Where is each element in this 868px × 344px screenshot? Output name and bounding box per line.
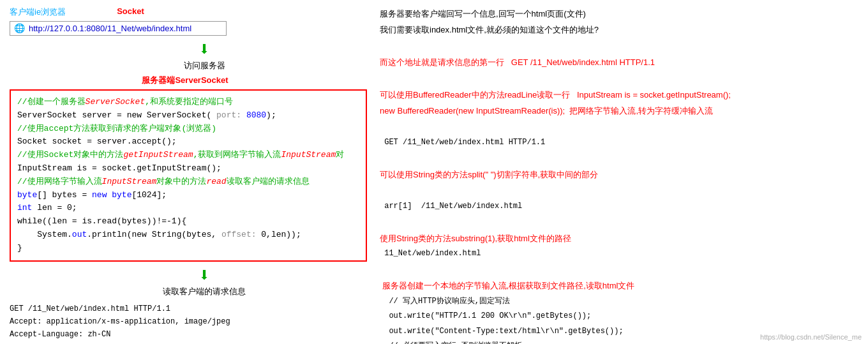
- right-line-20: out.write("HTTP/1.1 200 OK\r\n".getBytes…: [380, 310, 858, 324]
- request-line-3: Accept-Language: zh-CN: [10, 330, 110, 339]
- right-line-6: 可以使用BufferedReader中的方法readLine读取一行 Input…: [380, 87, 858, 102]
- watermark: https://blog.csdn.net/Silence_me: [760, 333, 862, 341]
- code-line-5: byte[] bytes = new byte[1024];: [17, 189, 359, 202]
- right-line-4: 而这个地址就是请求信息的第一行 GET /11_Net/web/index.ht…: [380, 55, 858, 70]
- right-line-19: // 写入HTTP协议响应头,固定写法: [380, 295, 858, 309]
- right-line-7: new BufferedReader(new InputStreamReader…: [380, 103, 858, 118]
- read-label: 读取客户端的请求信息: [48, 286, 361, 297]
- code-comment-3: //使用Socket对象中的方法getInputStream,获取到网络字节输入…: [17, 149, 359, 162]
- socket-label: Socket: [117, 6, 144, 18]
- code-line-6: int len = 0;: [17, 202, 359, 215]
- right-line-1: 服务器要给客户端回写一个信息,回写一个html页面(文件): [380, 6, 858, 21]
- code-line-2: ServerSocket server = new ServerSocket( …: [17, 109, 359, 123]
- request-line-1: GET /11_Net/web/index.html HTTP/1.1: [10, 304, 170, 313]
- right-line-3: [380, 39, 858, 54]
- right-line-9: GET /11_Net/web/index.html HTTP/1.1: [380, 136, 858, 150]
- right-panel: 服务器要给客户端回写一个信息,回写一个html页面(文件) 我们需要读取inde…: [370, 0, 868, 344]
- right-line-17: [380, 262, 858, 277]
- code-line-9: }: [17, 242, 359, 255]
- right-line-12: [380, 184, 858, 198]
- right-line-13: arr[1] /11_Net/web/index.html: [380, 200, 858, 214]
- right-line-8: [380, 120, 858, 135]
- browser-icon: 🌐: [14, 23, 25, 34]
- left-panel: 客户端ie浏览器 Socket 🌐 http://127.0.0.1:8080/…: [0, 0, 370, 344]
- browser-label: 客户端ie浏览器: [10, 6, 66, 18]
- code-line-3: Socket socket = server.accept();: [17, 135, 359, 149]
- right-line-5: [380, 71, 858, 86]
- request-line-2: Accept: application/x-ms-application, im…: [10, 317, 230, 326]
- right-line-14: [380, 214, 858, 229]
- address-bar[interactable]: 🌐 http://127.0.0.1:8080/11_Net/web/index…: [10, 21, 227, 36]
- server-socket-label: 服务器端ServerSocket: [10, 75, 361, 86]
- code-comment-1: //创建一个服务器ServerSocket,和系统要指定的端口号: [17, 96, 359, 109]
- code-comment-4: //使用网络字节输入流InputStream对象中的方法read读取客户端的请求…: [17, 176, 359, 189]
- right-line-10: [380, 151, 858, 166]
- right-line-2: 我们需要读取index.html文件,就必须的知道这个文件的地址?: [380, 22, 858, 37]
- right-line-15: 使用String类的方法substring(1),获取html文件的路径: [380, 231, 858, 246]
- code-comment-2: //使用accept方法获取到请求的客户端对象(浏览器): [17, 123, 359, 136]
- code-line-7: while((len = is.read(bytes))!=-1){: [17, 215, 359, 228]
- right-line-18: 服务器创建一个本地的字节输入流,根据获取到文件路径,读取html文件: [380, 278, 858, 293]
- visit-label: 访问服务器: [48, 60, 361, 71]
- right-line-16: 11_Net/web/index.html: [380, 247, 858, 261]
- code-box: //创建一个服务器ServerSocket,和系统要指定的端口号 ServerS…: [10, 89, 367, 262]
- code-line-8: System.out.println(new String(bytes, off…: [17, 228, 359, 242]
- request-info: GET /11_Net/web/index.html HTTP/1.1 Acce…: [10, 303, 361, 344]
- right-line-11: 可以使用String类的方法split(" ")切割字符串,获取中间的部分: [380, 167, 858, 182]
- code-line-4: InputStream is = socket.getInputStream()…: [17, 162, 359, 176]
- right-text-area: 服务器要给客户端回写一个信息,回写一个html页面(文件) 我们需要读取inde…: [380, 6, 858, 344]
- arrow-down-2: ⬇: [48, 267, 361, 286]
- top-labels: 客户端ie浏览器 Socket: [10, 6, 361, 18]
- arrow-down-1: ⬇: [48, 41, 361, 60]
- address-text: http://127.0.0.1:8080/11_Net/web/index.h…: [29, 24, 191, 33]
